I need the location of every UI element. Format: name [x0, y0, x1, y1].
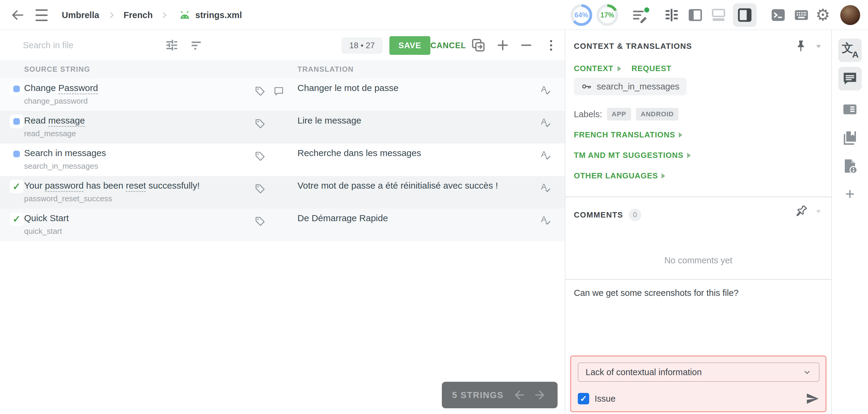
- table-row[interactable]: Change Passwordchange_passwordChanger le…: [0, 78, 565, 111]
- android-file-icon: [179, 0, 191, 30]
- comment-input[interactable]: Can we get some screenshots for this fil…: [574, 287, 821, 347]
- issue-checkbox-row: ✓ Issue: [578, 391, 819, 406]
- previous-page-icon[interactable]: [512, 388, 525, 402]
- filter-icon[interactable]: [187, 30, 206, 60]
- back-button[interactable]: [8, 0, 27, 30]
- breadcrumb-project[interactable]: Umbrella: [62, 0, 99, 30]
- breadcrumb-language[interactable]: French: [124, 0, 153, 30]
- glossary-term[interactable]: message: [48, 116, 85, 127]
- translated-progress-ring[interactable]: 64%: [570, 0, 592, 30]
- sidebar-glossary-icon[interactable]: [838, 126, 862, 150]
- zoom-in-icon[interactable]: [493, 30, 513, 60]
- source-text: Your password has been reset successfull…: [24, 180, 200, 192]
- tab-request[interactable]: REQUEST: [631, 64, 672, 73]
- unpin-icon[interactable]: [795, 204, 808, 219]
- select-chevron-icon: [803, 368, 812, 377]
- keyboard-shortcuts-icon[interactable]: [793, 0, 809, 30]
- spellcheck-icon[interactable]: A: [539, 181, 552, 193]
- cancel-button[interactable]: CANCEL: [430, 36, 466, 55]
- glossary-term[interactable]: password: [45, 181, 84, 192]
- copy-source-icon[interactable]: [468, 30, 489, 60]
- sidebar-comments-icon[interactable]: [838, 67, 862, 90]
- search-settings-icon[interactable]: [163, 30, 181, 60]
- labels-caption: Labels:: [574, 109, 602, 119]
- settings-gear-icon[interactable]: ⚙: [815, 0, 830, 30]
- next-page-icon[interactable]: [534, 388, 547, 402]
- tag-icon[interactable]: [255, 216, 266, 227]
- tag-icon[interactable]: [255, 151, 266, 161]
- spellcheck-icon[interactable]: A: [539, 84, 552, 96]
- console-icon[interactable]: [770, 0, 786, 30]
- breadcrumb-separator-icon: [107, 0, 116, 30]
- more-options-icon[interactable]: [542, 30, 559, 60]
- sidebar-context-card-icon[interactable]: [838, 98, 862, 121]
- key-icon: [581, 81, 592, 92]
- table-row[interactable]: ✓Quick Startquick_startDe Démarrage Rapi…: [0, 209, 565, 241]
- multilingual-view-icon[interactable]: [711, 0, 726, 30]
- source-string-header: SOURCE STRING: [24, 65, 90, 73]
- context-panel-title: CONTEXT & TRANSLATIONS: [574, 41, 692, 51]
- spellcheck-icon[interactable]: A: [539, 116, 552, 128]
- string-key: read_message: [24, 129, 85, 138]
- spellcheck-icon[interactable]: A: [539, 214, 552, 226]
- send-comment-button[interactable]: [805, 391, 819, 406]
- pin-icon[interactable]: [795, 39, 807, 54]
- sidebar-translations-icon[interactable]: 文A: [838, 38, 862, 62]
- top-bar: Umbrella French strings.xml 64% 17%: [0, 0, 868, 30]
- string-key-chip[interactable]: search_in_messages: [574, 78, 687, 95]
- sidebar-add-panel-icon[interactable]: +: [838, 182, 862, 205]
- section-tm-mt-suggestions[interactable]: TM AND MT SUGGESTIONS: [574, 151, 691, 160]
- collapse-comments-chevron-icon[interactable]: [814, 209, 823, 216]
- string-key: password_reset_success: [24, 194, 200, 203]
- string-key: search_in_messages: [24, 161, 106, 171]
- translation-cell[interactable]: Recherche dans les messages: [298, 147, 530, 159]
- source-text: Quick Start: [24, 212, 69, 224]
- expand-icon: [687, 153, 691, 158]
- translation-cell[interactable]: De Démarrage Rapide: [298, 212, 530, 224]
- section-french-translations[interactable]: FRENCH TRANSLATIONS: [574, 130, 682, 139]
- issue-checkbox[interactable]: ✓: [578, 393, 589, 404]
- breadcrumb-file[interactable]: strings.xml: [195, 0, 242, 30]
- label-chip[interactable]: ANDROID: [636, 108, 679, 121]
- comment-bubble-icon[interactable]: [273, 86, 284, 96]
- search-input[interactable]: [23, 37, 153, 54]
- issue-checkbox-label: Issue: [595, 394, 615, 404]
- label-chip[interactable]: APP: [607, 108, 631, 121]
- side-panel-view-active[interactable]: [733, 0, 756, 30]
- table-row[interactable]: ✓Your password has been reset successful…: [0, 176, 565, 209]
- comments-header: COMMENTS 0: [574, 209, 641, 221]
- table-row[interactable]: Read messageread_messageLire le messageA: [0, 111, 565, 144]
- table-row[interactable]: Search in messagessearch_in_messagesRech…: [0, 144, 565, 176]
- string-status: ✓: [10, 212, 24, 226]
- spellcheck-icon[interactable]: A: [539, 149, 552, 161]
- comments-input-divider: [565, 279, 831, 280]
- editor-panel: 18 • 27 SAVE CANCEL SOURCE STRING TRANSL…: [0, 30, 565, 414]
- collapse-context-chevron-icon[interactable]: [814, 43, 823, 51]
- translation-cell[interactable]: Votre mot de passe a été réinitialisé av…: [298, 180, 530, 192]
- comfortable-view-icon[interactable]: [664, 0, 679, 30]
- side-by-side-view-icon[interactable]: [687, 0, 703, 30]
- tag-icon[interactable]: [255, 86, 266, 96]
- tag-icon[interactable]: [255, 183, 266, 194]
- translation-activity-icon[interactable]: [631, 0, 650, 30]
- strings-table: Change Passwordchange_passwordChanger le…: [0, 78, 565, 241]
- svg-text:A: A: [541, 84, 547, 94]
- sidebar-file-info-icon[interactable]: [838, 154, 862, 178]
- issue-type-select[interactable]: Lack of contextual information: [578, 362, 819, 382]
- glossary-term[interactable]: Password: [58, 83, 98, 94]
- translation-cell[interactable]: Changer le mot de passe: [298, 82, 530, 94]
- source-string-cell: Change Passwordchange_password: [24, 82, 98, 106]
- approved-progress-ring[interactable]: 17%: [596, 0, 618, 30]
- tab-context[interactable]: CONTEXT: [574, 64, 613, 73]
- menu-button[interactable]: [33, 0, 51, 30]
- issue-type-value: Lack of contextual information: [586, 367, 702, 377]
- save-button[interactable]: SAVE: [390, 36, 430, 55]
- zoom-out-icon[interactable]: [517, 30, 536, 60]
- section-other-languages[interactable]: OTHER LANGUAGES: [574, 171, 665, 181]
- tag-icon[interactable]: [255, 118, 266, 129]
- untranslated-status-icon: [13, 151, 20, 157]
- glossary-term[interactable]: reset: [126, 181, 146, 192]
- translation-cell[interactable]: Lire le message: [298, 115, 530, 127]
- string-status: [10, 82, 24, 96]
- user-avatar[interactable]: [840, 0, 860, 30]
